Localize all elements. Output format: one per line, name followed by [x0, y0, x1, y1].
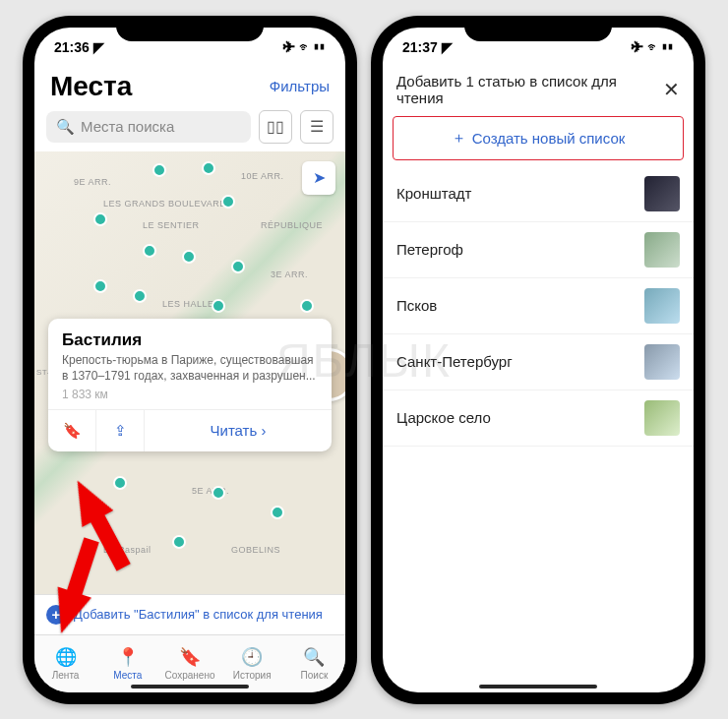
list-item[interactable]: Петергоф [383, 222, 694, 278]
map-district-label: 3E ARR. [271, 270, 308, 279]
place-distance: 1 833 км [62, 388, 318, 401]
search-placeholder: Места поиска [81, 118, 174, 135]
list-thumbnail [644, 400, 680, 436]
map-pin[interactable] [202, 161, 215, 175]
map-pin[interactable] [113, 476, 127, 490]
map-pin[interactable] [143, 244, 156, 258]
notch [116, 16, 264, 41]
map-pin[interactable] [271, 506, 284, 519]
globe-icon: 🌐 [55, 646, 77, 668]
map-area-label: LE SENTIER [143, 220, 200, 230]
place-actions: 🔖 ⇪ Читать › [48, 409, 332, 451]
list-thumbnail [644, 288, 680, 324]
bookmark-icon: 🔖 [179, 646, 201, 668]
search-input[interactable]: 🔍 Места поиска [46, 111, 251, 143]
share-icon: ⇪ [114, 422, 127, 440]
map-district-label: 10E ARR. [241, 171, 284, 181]
status-icons: ✈ ᯤ ▮▮ [283, 40, 326, 54]
map-pin[interactable] [221, 195, 235, 209]
pin-icon: 📍 [117, 646, 139, 668]
map-pin[interactable] [172, 535, 186, 549]
list-thumbnail [644, 232, 680, 268]
status-time: 21:36 ◤ [54, 39, 104, 55]
add-banner-label: Добавить "Бастилия" в список для чтения [74, 607, 323, 622]
map-pin[interactable] [93, 279, 107, 293]
sheet-title: Добавить 1 статью в список для чтения [396, 73, 663, 106]
list-item[interactable]: Царское село [383, 390, 694, 447]
page-title: Места [50, 71, 132, 102]
list-item[interactable]: Псков [383, 278, 694, 334]
list-toggle-button[interactable]: ☰ [300, 110, 334, 144]
map-pin[interactable] [212, 299, 225, 313]
plus-icon: ＋ [452, 129, 466, 148]
map-pin[interactable] [182, 250, 196, 264]
place-description: Крепость-тюрьма в Париже, существовавшая… [62, 352, 318, 384]
share-button[interactable]: ⇪ [96, 410, 145, 451]
list-item[interactable]: Санкт-Петербург [383, 334, 694, 390]
screen-right: 21:37 ◤ ✈ ᯤ ▮▮ Добавить 1 статью в списо… [383, 28, 694, 692]
search-icon: 🔍 [303, 646, 325, 668]
map-area-label: RÉPUBLIQUE [261, 220, 323, 230]
read-button[interactable]: Читать › [145, 410, 332, 451]
reading-lists: Кронштадт Петергоф Псков Санкт-Петербург… [383, 166, 694, 447]
place-title: Бастилия [62, 330, 318, 350]
map[interactable]: ➤ 9E ARR. 10E ARR. LES GRANDS BOULEVARDS… [34, 151, 345, 594]
sheet-header: Добавить 1 статью в список для чтения ✕ [383, 67, 694, 116]
home-indicator[interactable] [131, 685, 249, 689]
list-item[interactable]: Кронштадт [383, 166, 694, 222]
map-district-label: 9E ARR. [74, 177, 111, 187]
phone-right: 21:37 ◤ ✈ ᯤ ▮▮ Добавить 1 статью в списо… [371, 16, 705, 704]
map-toggle-button[interactable]: ▯▯ [259, 110, 292, 144]
search-row: 🔍 Места поиска ▯▯ ☰ [34, 110, 345, 151]
home-indicator[interactable] [479, 685, 597, 689]
map-pin[interactable] [212, 486, 225, 500]
map-pin[interactable] [300, 299, 314, 313]
map-pin[interactable] [152, 163, 166, 177]
place-card: Бастилия Крепость-тюрьма в Париже, сущес… [48, 319, 332, 451]
map-pin[interactable] [93, 212, 107, 226]
tab-feed[interactable]: 🌐 Лента [34, 635, 96, 692]
filters-button[interactable]: Фильтры [270, 78, 330, 94]
bookmark-button[interactable]: 🔖 [48, 410, 96, 451]
list-thumbnail [644, 344, 680, 380]
map-area-label: LES GRANDS BOULEVARDS [103, 199, 233, 209]
phone-left: 21:36 ◤ ✈ ᯤ ▮▮ Места Фильтры 🔍 Места пои… [23, 16, 357, 704]
close-button[interactable]: ✕ [663, 78, 680, 101]
locate-button[interactable]: ➤ [302, 161, 335, 195]
status-icons: ✈ ᯤ ▮▮ [632, 40, 674, 54]
list-thumbnail [644, 176, 680, 211]
notch [464, 16, 612, 41]
map-area-label: GOBELINS [231, 545, 280, 555]
map-pin[interactable] [231, 260, 245, 273]
search-icon: 🔍 [56, 118, 75, 136]
create-new-list-button[interactable]: ＋ Создать новый список [393, 116, 684, 160]
page-header: Места Фильтры [34, 67, 345, 110]
tab-search[interactable]: 🔍 Поиск [283, 635, 345, 692]
status-time: 21:37 ◤ [402, 39, 453, 55]
map-pin[interactable] [133, 289, 147, 303]
bookmark-icon: 🔖 [63, 422, 82, 440]
clock-icon: 🕘 [241, 646, 263, 668]
